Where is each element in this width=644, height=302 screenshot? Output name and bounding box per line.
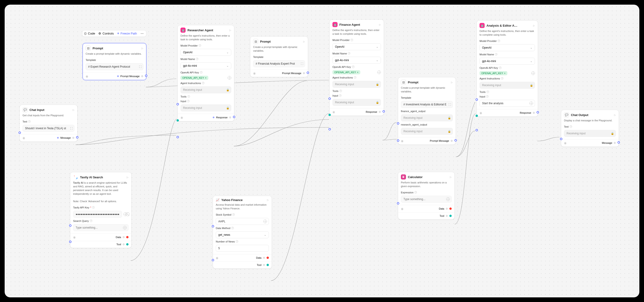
run-icon[interactable]: ▷ bbox=[450, 176, 452, 178]
model-select[interactable]: gpt-4o-mini bbox=[180, 62, 231, 69]
node-calculator[interactable]: 🖩Calculator▷ Perform basic arithmetic op… bbox=[398, 172, 455, 220]
port-instr[interactable] bbox=[476, 98, 478, 101]
apikey-tag[interactable]: OPENAI_API_KEY× bbox=[180, 76, 208, 80]
run-icon[interactable]: ▷ bbox=[72, 109, 74, 111]
eye-icon[interactable]: ◉ bbox=[480, 111, 482, 115]
run-icon[interactable]: ▷ bbox=[127, 176, 128, 178]
model-select[interactable]: gpt-4o-mini bbox=[480, 58, 535, 65]
globe-icon[interactable] bbox=[530, 101, 533, 105]
node-chat-input[interactable]: 💬Chat Input ▷ Get chat inputs from the P… bbox=[20, 105, 78, 142]
port-input[interactable] bbox=[176, 136, 179, 138]
tool-port[interactable] bbox=[266, 264, 269, 266]
expr-input[interactable] bbox=[401, 196, 452, 203]
eye-icon[interactable]: ◉ bbox=[253, 72, 256, 75]
controls-button[interactable]: ⚙ Controls bbox=[98, 32, 114, 35]
freeze-path-button[interactable]: ❄ Freeze Path bbox=[117, 32, 137, 35]
eye-icon[interactable]: ◉ bbox=[401, 139, 404, 143]
globe-icon[interactable] bbox=[124, 212, 127, 216]
globe-icon[interactable] bbox=[377, 70, 381, 74]
eye-icon[interactable]: ◉ bbox=[180, 116, 183, 119]
provider-select[interactable]: OpenAI bbox=[332, 43, 381, 50]
eye-icon[interactable]: ◉ bbox=[73, 236, 76, 239]
news-input[interactable] bbox=[216, 245, 269, 252]
port-instr[interactable] bbox=[176, 103, 179, 105]
data-port[interactable] bbox=[266, 257, 269, 259]
run-icon[interactable]: ▷ bbox=[267, 199, 269, 201]
eye-icon[interactable]: ◉ bbox=[216, 256, 218, 260]
output-port[interactable] bbox=[233, 116, 235, 118]
tool-port[interactable] bbox=[449, 215, 452, 217]
template-input[interactable] bbox=[253, 60, 305, 67]
globe-icon[interactable] bbox=[228, 76, 231, 80]
canvas[interactable]: ⟨⟩ Code ⚙ Controls ❄ Freeze Path ⋯ ▤Prom… bbox=[5, 5, 639, 297]
node-chat-output[interactable]: 💬Chat Output▷ Display a chat message in … bbox=[561, 110, 619, 147]
more-button[interactable]: ⋯ bbox=[140, 32, 144, 35]
apikey-tag[interactable]: OPENAI_API_KEY× bbox=[332, 70, 360, 74]
output-port[interactable] bbox=[145, 75, 147, 77]
port-news[interactable] bbox=[212, 259, 214, 261]
input-port[interactable] bbox=[18, 132, 21, 134]
eye-icon[interactable]: ◉ bbox=[332, 110, 335, 114]
output-port[interactable] bbox=[382, 110, 385, 113]
run-icon[interactable]: ▷ bbox=[230, 29, 231, 31]
template-input[interactable] bbox=[401, 101, 453, 108]
node-prompt-2[interactable]: ▤Prompt▷ Create a prompt template with d… bbox=[250, 36, 308, 77]
port-input[interactable] bbox=[476, 129, 478, 131]
run-icon[interactable]: ▷ bbox=[379, 23, 381, 26]
output-port[interactable] bbox=[618, 141, 620, 144]
expand-icon[interactable]: ⛶ bbox=[139, 65, 142, 68]
port-text[interactable] bbox=[560, 138, 562, 140]
node-tavily[interactable]: Tavily AI Search ▷ Tavily AI Tavily AI i… bbox=[70, 172, 132, 248]
eye-icon[interactable]: ◉ bbox=[86, 75, 88, 78]
apikey-tag[interactable]: OPENAI_API_KEY× bbox=[480, 71, 507, 75]
port-l2[interactable] bbox=[69, 241, 72, 243]
query-input[interactable] bbox=[73, 224, 128, 231]
expand-icon[interactable]: ⛶ bbox=[301, 62, 303, 65]
port-tools[interactable] bbox=[176, 119, 179, 122]
apikey-input[interactable] bbox=[73, 211, 122, 218]
template-input[interactable] bbox=[86, 63, 143, 70]
port-f1[interactable] bbox=[397, 122, 399, 125]
provider-select[interactable]: OpenAI bbox=[180, 49, 231, 56]
node-researcher-agent[interactable]: 🤖Researcher Agent▷ Define the agent's in… bbox=[178, 25, 234, 121]
output-port[interactable] bbox=[454, 139, 457, 142]
globe-icon[interactable] bbox=[446, 197, 450, 201]
node-prompt-1[interactable]: ▤Prompt ▷ Create a prompt template with … bbox=[82, 43, 146, 80]
port-tools[interactable] bbox=[328, 114, 331, 116]
provider-select[interactable]: OpenAI bbox=[480, 44, 535, 51]
run-icon[interactable]: ▷ bbox=[451, 81, 453, 84]
data-port[interactable] bbox=[449, 207, 452, 210]
symbol-input[interactable] bbox=[216, 218, 269, 225]
eye-icon[interactable]: ◉ bbox=[401, 207, 404, 210]
data-port[interactable] bbox=[126, 236, 128, 238]
run-icon[interactable]: ▷ bbox=[303, 40, 305, 43]
node-yahoo-finance[interactable]: 📈Yahoo Finance▷ Access financial data an… bbox=[213, 196, 272, 269]
code-button[interactable]: ⟨⟩ Code bbox=[84, 32, 95, 35]
node-finance-agent[interactable]: 🤖Finance Agent▷ Define the agent's instr… bbox=[330, 19, 384, 116]
model-select[interactable]: gpt-4o-mini bbox=[332, 57, 381, 64]
port-instr[interactable] bbox=[328, 98, 331, 100]
run-icon[interactable]: ▷ bbox=[142, 47, 143, 50]
port-input[interactable] bbox=[328, 128, 331, 130]
method-select[interactable]: get_news bbox=[216, 231, 269, 238]
output-port[interactable] bbox=[76, 136, 78, 139]
gear-icon[interactable]: ⚙ bbox=[141, 75, 143, 78]
expand-icon[interactable]: ⛶ bbox=[448, 103, 451, 106]
run-icon[interactable]: ▷ bbox=[614, 114, 616, 116]
gear-icon[interactable]: ⚙ bbox=[72, 137, 74, 140]
tool-port[interactable] bbox=[126, 243, 128, 246]
node-prompt-3[interactable]: ▤Prompt▷ Create a prompt template with d… bbox=[398, 77, 456, 145]
port-f2[interactable] bbox=[397, 140, 399, 142]
port-tools[interactable] bbox=[476, 115, 478, 117]
output-port[interactable] bbox=[307, 72, 309, 74]
node-analysis-agent[interactable]: 🤖Analysis & Editor A…▷ Define the agent'… bbox=[476, 20, 538, 117]
expand-icon[interactable]: ⛶ bbox=[70, 127, 72, 130]
port-l1[interactable] bbox=[69, 224, 72, 227]
port-expr[interactable] bbox=[397, 202, 399, 204]
eye-icon[interactable]: ◉ bbox=[22, 136, 25, 140]
output-port[interactable] bbox=[536, 111, 539, 114]
globe-icon[interactable] bbox=[263, 220, 267, 223]
globe-icon[interactable] bbox=[531, 71, 535, 75]
eye-icon[interactable]: ◉ bbox=[564, 141, 566, 145]
run-icon[interactable]: ▷ bbox=[533, 24, 535, 27]
